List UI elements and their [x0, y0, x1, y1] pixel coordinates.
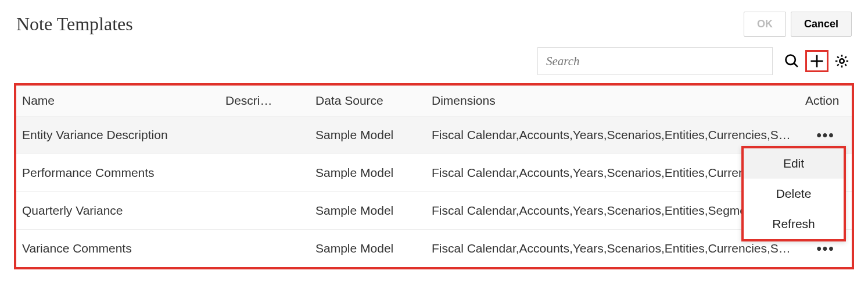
- cell-name: Quarterly Variance: [16, 192, 220, 230]
- cell-description: [220, 116, 310, 154]
- action-menu-refresh[interactable]: Refresh: [744, 209, 844, 239]
- cell-name: Performance Comments: [16, 154, 220, 192]
- add-template-highlight: [805, 50, 828, 72]
- cell-source: Sample Model: [310, 154, 426, 192]
- search-icon[interactable]: [782, 51, 802, 71]
- search-input[interactable]: [537, 47, 773, 75]
- cancel-button[interactable]: Cancel: [791, 12, 852, 37]
- svg-point-4: [840, 59, 844, 63]
- cell-source: Sample Model: [310, 230, 426, 268]
- header-bar: Note Templates OK Cancel: [0, 0, 868, 42]
- templates-table: Name Descri… Data Source Dimensions Acti…: [16, 86, 852, 267]
- table-row[interactable]: Entity Variance Description Sample Model…: [16, 116, 852, 154]
- cell-name: Variance Comments: [16, 230, 220, 268]
- action-menu-edit[interactable]: Edit: [744, 148, 844, 179]
- col-description[interactable]: Descri…: [220, 86, 310, 116]
- cell-description: [220, 192, 310, 230]
- cell-description: [220, 154, 310, 192]
- gear-icon[interactable]: [832, 51, 852, 71]
- col-dimensions[interactable]: Dimensions: [426, 86, 799, 116]
- plus-icon[interactable]: [808, 52, 826, 70]
- col-name[interactable]: Name: [16, 86, 220, 116]
- svg-line-1: [794, 63, 798, 67]
- table-row[interactable]: Quarterly Variance Sample Model Fiscal C…: [16, 192, 852, 230]
- svg-point-0: [786, 55, 795, 65]
- toolbar: [0, 42, 868, 81]
- cell-name: Entity Variance Description: [16, 116, 220, 154]
- header-buttons: OK Cancel: [744, 12, 852, 37]
- col-action: Action: [799, 86, 852, 116]
- page-title: Note Templates: [16, 13, 133, 35]
- cell-description: [220, 230, 310, 268]
- ok-button[interactable]: OK: [744, 12, 786, 37]
- cell-source: Sample Model: [310, 192, 426, 230]
- action-menu-popup: Edit Delete Refresh: [741, 146, 846, 241]
- row-actions-icon[interactable]: •••: [816, 127, 834, 143]
- action-menu-delete[interactable]: Delete: [744, 179, 844, 209]
- templates-table-highlight: Name Descri… Data Source Dimensions Acti…: [14, 83, 854, 269]
- row-actions-icon[interactable]: •••: [816, 240, 834, 256]
- table-row[interactable]: Variance Comments Sample Model Fiscal Ca…: [16, 230, 852, 268]
- table-header-row: Name Descri… Data Source Dimensions Acti…: [16, 86, 852, 116]
- col-data-source[interactable]: Data Source: [310, 86, 426, 116]
- cell-source: Sample Model: [310, 116, 426, 154]
- table-row[interactable]: Performance Comments Sample Model Fiscal…: [16, 154, 852, 192]
